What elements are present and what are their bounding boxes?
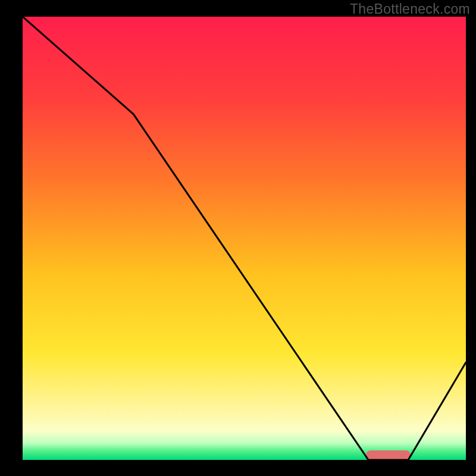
- plot-area: [23, 17, 466, 460]
- watermark-label: TheBottleneck.com: [350, 1, 470, 17]
- bottleneck-curve: [23, 17, 466, 460]
- chart-container: TheBottleneck.com: [0, 0, 476, 476]
